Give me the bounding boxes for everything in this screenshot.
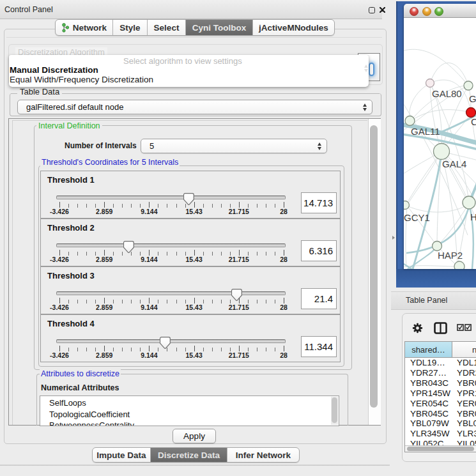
svg-text:HAP2: HAP2 <box>438 250 463 261</box>
svg-text:GAL4: GAL4 <box>442 158 466 169</box>
svg-text:GAL80: GAL80 <box>432 88 462 99</box>
svg-text:C: C <box>471 116 476 127</box>
svg-text:GAL: GAL <box>469 93 476 104</box>
svg-text:GCY1: GCY1 <box>404 212 430 223</box>
svg-text:HA: HA <box>470 211 476 222</box>
svg-text:GAL11: GAL11 <box>411 126 440 137</box>
